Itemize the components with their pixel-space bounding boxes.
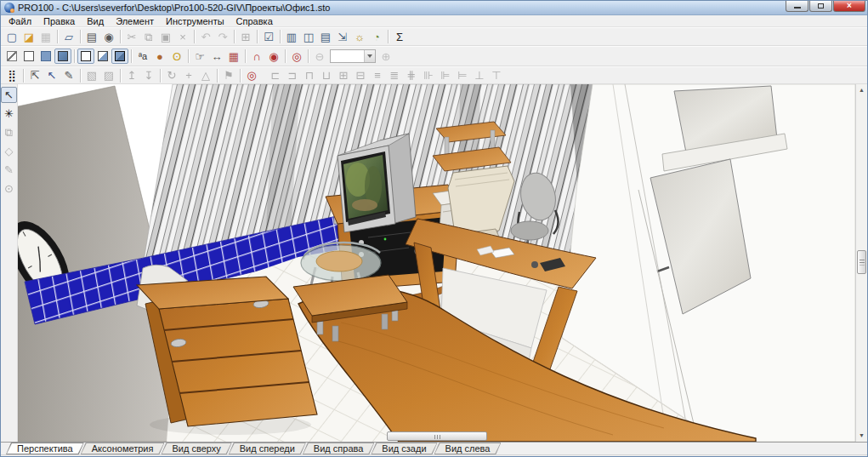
redo-button[interactable]: ↷	[214, 29, 231, 44]
toolbar-separator	[388, 30, 389, 43]
lower-button[interactable]: ↧	[140, 68, 157, 83]
pan-slider[interactable]	[387, 431, 487, 441]
new-report-button[interactable]: ▱	[60, 29, 77, 44]
grid-button[interactable]: ▦	[225, 49, 242, 64]
paper-tool[interactable]: ⧉	[1, 124, 17, 140]
snap-magnet-button[interactable]: ∩	[248, 49, 265, 64]
viewport-3d[interactable]	[18, 84, 855, 442]
center-camera-button[interactable]: ◎	[243, 68, 260, 83]
select-next-button[interactable]: ▨	[100, 68, 117, 83]
align-left-button[interactable]: ⊏	[267, 68, 284, 83]
tab-back-view[interactable]: Вид сзади	[371, 443, 437, 454]
flag-button[interactable]: ⚑	[220, 68, 237, 83]
zoom-level-input[interactable]	[331, 50, 364, 62]
undo-button[interactable]: ↶	[197, 29, 214, 44]
dimension-lines-button[interactable]: ↔	[208, 49, 225, 64]
menu-help[interactable]: Справка	[230, 15, 279, 27]
raise-button[interactable]: ↥	[123, 68, 140, 83]
camera-tool[interactable]: ◇	[1, 143, 17, 159]
zoom-in-button[interactable]: ⊕	[377, 49, 394, 64]
align-right-button[interactable]: ⊐	[284, 68, 301, 83]
view-color-button[interactable]	[37, 49, 54, 64]
pointer-mode-button[interactable]: ☞	[191, 49, 208, 64]
select-prev-button[interactable]: ▧	[83, 68, 100, 83]
tab-perspective[interactable]: Перспектива	[6, 443, 84, 454]
menu-element[interactable]: Элемент	[110, 15, 160, 27]
lighting-button[interactable]: ʘ	[168, 49, 185, 64]
close-button[interactable]: ×	[833, 1, 865, 12]
panel-lighting-button[interactable]: ☼	[351, 29, 368, 44]
align-bottom-button[interactable]: ⊔	[318, 68, 335, 83]
align-center-h-button[interactable]: ⋕	[403, 68, 420, 83]
scroll-thumb[interactable]	[857, 250, 866, 274]
menu-view[interactable]: Вид	[81, 15, 110, 27]
notes-tool[interactable]: ✎	[1, 162, 17, 178]
panel-library-button[interactable]: ▥	[283, 29, 300, 44]
menu-edit[interactable]: Правка	[37, 15, 81, 27]
view-hidden-line-button[interactable]	[20, 49, 37, 64]
open-project-button[interactable]: ◪	[20, 29, 37, 44]
vertical-scrollbar[interactable]: ▲ ▼	[855, 84, 867, 442]
center-view-button[interactable]: ◎	[288, 49, 305, 64]
cut-button[interactable]: ✂	[123, 29, 140, 44]
new-document-button[interactable]: ▢	[3, 29, 20, 44]
zoom-level-combo[interactable]	[330, 49, 376, 63]
restore-button[interactable]	[809, 1, 832, 12]
panel-dimensions-button[interactable]: ⇲	[334, 29, 351, 44]
materials-button[interactable]: ●	[151, 49, 168, 64]
tab-right-view[interactable]: Вид справа	[303, 443, 375, 454]
snap-center-button[interactable]: ◉	[265, 49, 282, 64]
tab-front-view[interactable]: Вид спереди	[229, 443, 306, 454]
fit-width-button[interactable]: ⊫	[437, 68, 454, 83]
minimize-button[interactable]	[786, 1, 808, 12]
rotate-button[interactable]: ↻	[163, 68, 180, 83]
distribute-horizontal-button[interactable]: ⊞	[335, 68, 352, 83]
view-textured-contours-button[interactable]	[111, 49, 128, 64]
toolbar-separator	[308, 49, 309, 63]
copy-button[interactable]: ⧉	[140, 29, 157, 44]
select-cursor-button[interactable]: ↖	[43, 68, 60, 83]
select-tool[interactable]: ↖	[1, 87, 17, 103]
to-wall-button[interactable]: ⊤	[488, 68, 505, 83]
view-textured-button[interactable]	[54, 49, 71, 64]
menu-file[interactable]: Файл	[3, 15, 37, 27]
align-top-button[interactable]: ⊓	[301, 68, 318, 83]
equal-spacing-h-button[interactable]: ≡	[369, 68, 386, 83]
move-point-button[interactable]: ⇱	[26, 68, 43, 83]
view-contours-button[interactable]	[77, 49, 94, 64]
paste-button[interactable]: ▣	[157, 29, 174, 44]
equal-spacing-v-button[interactable]: ≣	[386, 68, 403, 83]
draw-panel-button[interactable]: ✎	[60, 68, 77, 83]
align-center-v-button[interactable]: ⊪	[420, 68, 437, 83]
tab-left-view[interactable]: Вид слева	[434, 443, 502, 454]
fit-height-button[interactable]: ⊨	[454, 68, 471, 83]
tab-axonometry[interactable]: Аксонометрия	[81, 443, 165, 454]
print-preview-button[interactable]: ◉	[100, 29, 117, 44]
snap-grid-toggle[interactable]: ⣿	[3, 68, 20, 83]
scroll-up-icon[interactable]: ▲	[856, 87, 867, 94]
panel-info-button[interactable]: ◔	[368, 29, 385, 44]
save-button[interactable]: ▦	[37, 29, 54, 44]
tab-label: Вид сзади	[372, 443, 436, 454]
scale-button[interactable]: △	[197, 68, 214, 83]
move-button[interactable]: +	[180, 68, 197, 83]
project-settings-button[interactable]: ☑	[260, 29, 277, 44]
scroll-down-icon[interactable]: ▼	[856, 432, 867, 439]
combo-dropdown-icon[interactable]	[364, 50, 375, 62]
view-wireframe-button[interactable]	[3, 49, 20, 64]
zoom-out-button[interactable]: ⊖	[311, 49, 328, 64]
zoom-window-tool[interactable]: ⊙	[1, 180, 17, 197]
autodimensions-button[interactable]: ªa	[134, 49, 151, 64]
print-button[interactable]: ▤	[83, 29, 100, 44]
tab-top-view[interactable]: Вид сверху	[161, 443, 231, 454]
view-color-contours-button[interactable]	[94, 49, 111, 64]
to-floor-button[interactable]: ⊥	[471, 68, 488, 83]
properties-button[interactable]: ⊞	[237, 29, 254, 44]
panel-preview-button[interactable]: ◫	[300, 29, 317, 44]
distribute-vertical-button[interactable]: ⊟	[352, 68, 369, 83]
panel-report-button[interactable]: ▤	[317, 29, 334, 44]
price-calculation-button[interactable]: Σ	[391, 29, 408, 44]
delete-button[interactable]: ×	[174, 29, 191, 44]
dimension-points-tool[interactable]: ✳	[1, 106, 17, 122]
menu-tools[interactable]: Инструменты	[160, 15, 230, 27]
